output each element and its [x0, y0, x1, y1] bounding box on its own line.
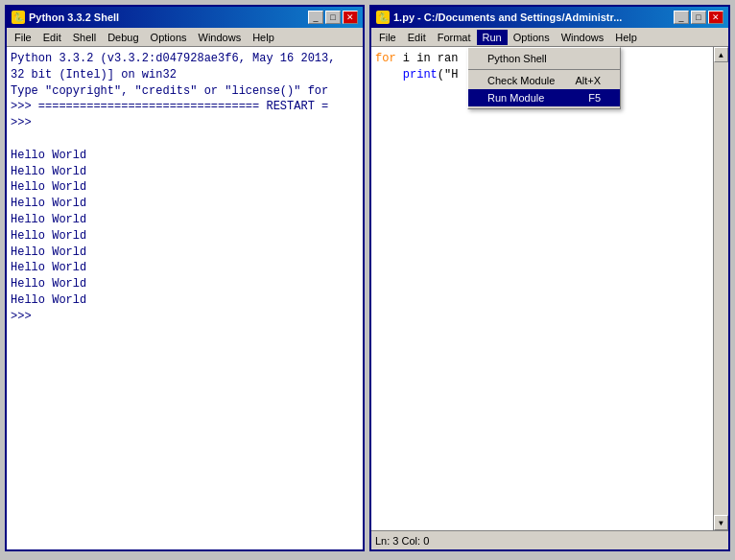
shell-menubar: File Edit Shell Debug Options Windows He…: [7, 28, 363, 47]
editor-title-controls: _ □ ✕: [674, 11, 723, 24]
run-menu-check-module[interactable]: Check Module Alt+X: [468, 72, 620, 89]
editor-status-bar: Ln: 3 Col: 0: [371, 530, 728, 549]
editor-scroll-track: [714, 62, 728, 515]
shell-hello-6: Hello World: [11, 228, 359, 245]
editor-code[interactable]: for i in ran print("H: [371, 47, 728, 511]
shell-menu-help[interactable]: Help: [247, 30, 280, 45]
shell-line-3: Type "copyright", "credits" or "license(…: [11, 83, 359, 100]
editor-menu-file[interactable]: File: [373, 30, 402, 45]
editor-title-left: 🐍 1.py - C:/Documents and Settings/Admin…: [376, 11, 622, 24]
editor-app-icon: 🐍: [376, 11, 390, 24]
shell-menu-windows[interactable]: Windows: [193, 30, 248, 45]
run-run-module-label: Run Module: [487, 92, 544, 104]
editor-close-button[interactable]: ✕: [708, 11, 723, 24]
editor-scrollbar: ▲ ▼: [713, 47, 728, 530]
editor-menu-edit[interactable]: Edit: [402, 30, 432, 45]
editor-title-text: 1.py - C:/Documents and Settings/Adminis…: [393, 12, 622, 23]
run-menu-python-shell[interactable]: Python Shell: [468, 50, 620, 67]
shell-hello-7: Hello World: [11, 245, 359, 261]
editor-scroll-up-button[interactable]: ▲: [714, 47, 728, 62]
editor-title-bar: 🐍 1.py - C:/Documents and Settings/Admin…: [371, 7, 728, 28]
run-check-module-shortcut: Alt+X: [575, 75, 601, 86]
shell-app-icon: 🐍: [12, 11, 25, 24]
run-menu-run-module[interactable]: Run Module F5: [468, 89, 620, 106]
run-dropdown-menu: Python Shell Check Module Alt+X Run Modu…: [467, 47, 621, 109]
shell-prompt-1: >>>: [11, 115, 359, 131]
run-python-shell-label: Python Shell: [487, 53, 547, 64]
shell-maximize-button[interactable]: □: [325, 11, 341, 24]
shell-window: 🐍 Python 3.3.2 Shell _ □ ✕ File Edit She…: [5, 5, 365, 551]
shell-hello-3: Hello World: [11, 179, 359, 196]
editor-menu-help[interactable]: Help: [609, 30, 643, 45]
editor-menu-options[interactable]: Options: [508, 30, 556, 45]
shell-menu-shell[interactable]: Shell: [67, 30, 102, 45]
shell-hello-5: Hello World: [11, 212, 359, 228]
shell-blank-1: [11, 131, 359, 148]
editor-scroll-down-button[interactable]: ▼: [714, 515, 728, 530]
editor-menu-format[interactable]: Format: [432, 30, 477, 45]
shell-line-2: 32 bit (Intel)] on win32: [11, 67, 359, 83]
shell-hello-8: Hello World: [11, 260, 359, 276]
shell-minimize-button[interactable]: _: [308, 11, 323, 24]
shell-close-button[interactable]: ✕: [343, 11, 358, 24]
editor-content-area: for i in ran print("H ▲ ▼: [371, 47, 728, 530]
editor-maximize-button[interactable]: □: [691, 11, 706, 24]
shell-output: Python 3.3.2 (v3.3.2:d047928ae3f6, May 1…: [7, 47, 363, 549]
editor-menu-windows[interactable]: Windows: [556, 30, 610, 45]
shell-line-separator: >>> ================================ RES…: [11, 99, 359, 115]
editor-menubar: File Edit Format Run Options Windows Hel…: [371, 28, 728, 47]
shell-hello-9: Hello World: [11, 276, 359, 292]
shell-content-area: Python 3.3.2 (v3.3.2:d047928ae3f6, May 1…: [7, 47, 363, 549]
shell-menu-options[interactable]: Options: [145, 30, 193, 45]
editor-window: 🐍 1.py - C:/Documents and Settings/Admin…: [369, 5, 730, 551]
run-menu-separator: [468, 69, 620, 70]
run-run-module-shortcut: F5: [588, 92, 601, 104]
shell-hello-4: Hello World: [11, 196, 359, 212]
shell-menu-debug[interactable]: Debug: [102, 30, 144, 45]
editor-minimize-button[interactable]: _: [674, 11, 689, 24]
shell-hello-2: Hello World: [11, 164, 359, 180]
shell-title-left: 🐍 Python 3.3.2 Shell: [12, 11, 119, 24]
run-check-module-label: Check Module: [487, 75, 555, 86]
shell-title-text: Python 3.3.2 Shell: [29, 12, 119, 23]
shell-line-1: Python 3.3.2 (v3.3.2:d047928ae3f6, May 1…: [11, 51, 359, 67]
shell-title-bar: 🐍 Python 3.3.2 Shell _ □ ✕: [7, 7, 363, 28]
editor-menu-run[interactable]: Run: [477, 30, 508, 45]
editor-cursor-position: Ln: 3 Col: 0: [375, 535, 429, 547]
shell-menu-file[interactable]: File: [9, 30, 37, 45]
shell-hello-1: Hello World: [11, 148, 359, 164]
shell-prompt-2: >>>: [11, 309, 359, 325]
shell-hello-10: Hello World: [11, 292, 359, 309]
shell-title-controls: _ □ ✕: [308, 11, 358, 24]
shell-menu-edit[interactable]: Edit: [37, 30, 67, 45]
